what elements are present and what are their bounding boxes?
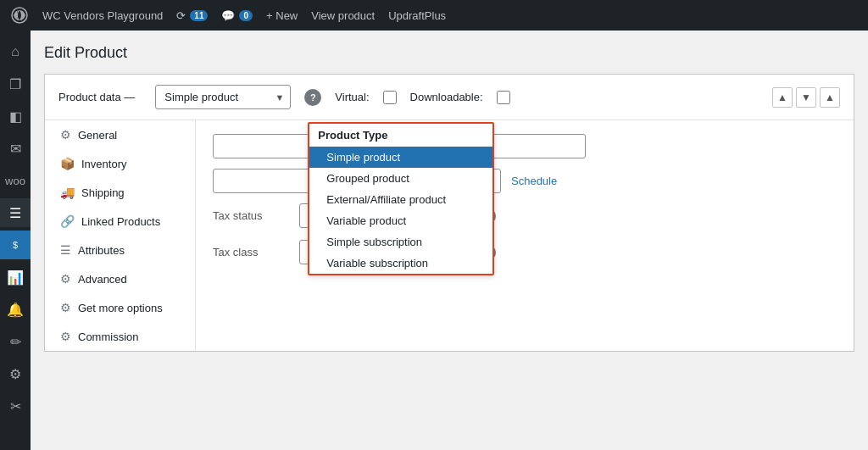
nav-label-commission: Commission [78, 331, 139, 343]
inventory-icon: 📦 [60, 157, 75, 170]
nav-item-general[interactable]: ⚙ General [45, 120, 195, 149]
dropdown-item-variable[interactable]: Variable product [309, 210, 492, 231]
dropdown-item-simple[interactable]: Simple product [309, 147, 492, 168]
dropdown-header: Product Type [309, 124, 492, 147]
virtual-checkbox[interactable] [383, 91, 397, 104]
analytics-icon[interactable]: 📊 [0, 263, 31, 292]
linked-products-icon: 🔗 [60, 214, 75, 228]
chevron-collapse-button[interactable]: ▲ [820, 87, 840, 108]
virtual-label: Virtual: [335, 91, 369, 103]
nav-item-advanced[interactable]: ⚙ Advanced [45, 264, 195, 293]
dropdown-item-simple-sub[interactable]: Simple subscription [309, 231, 492, 253]
chevrons: ▲ ▼ ▲ [772, 87, 840, 108]
product-nav: ⚙ General 📦 Inventory 🚚 Shipping 🔗 Linke… [45, 120, 196, 351]
product-type-help-icon[interactable]: ? [304, 89, 321, 106]
main-layout: ⌂ ❐ ◧ ✉ woo ☰ $ 📊 🔔 ✏ ⚙ ✂ Edit Product P… [0, 31, 868, 450]
updraftplus-link[interactable]: UpdraftPlus [388, 9, 446, 22]
dropdown-item-external[interactable]: External/Affiliate product [309, 189, 492, 210]
tax-status-label: Tax status [213, 209, 289, 222]
nav-label-linked-products: Linked Products [81, 215, 160, 228]
appearance-icon[interactable]: ✏ [0, 327, 31, 356]
virtual-row: Virtual: Downloadable: [335, 91, 509, 104]
updates-badge: 11 [190, 10, 208, 21]
downloadable-checkbox[interactable] [497, 91, 510, 104]
nav-label-get-more-options: Get more options [78, 302, 163, 314]
nav-item-commission[interactable]: ⚙ Commission [45, 322, 195, 351]
general-icon: ⚙ [60, 128, 71, 142]
tax-class-label: Tax class [213, 246, 289, 258]
dashboard-icon[interactable]: ⌂ [0, 37, 31, 66]
nav-label-shipping: Shipping [81, 186, 125, 199]
nav-label-attributes: Attributes [78, 244, 125, 257]
nav-item-linked-products[interactable]: 🔗 Linked Products [45, 207, 195, 236]
content-area: Edit Product Product data — Simple produ… [31, 31, 868, 450]
nav-label-inventory: Inventory [81, 158, 126, 170]
nav-item-attributes[interactable]: ☰ Attributes [45, 236, 195, 264]
tax-status-row: Tax status Taxable Shipping only None ▼ … [213, 203, 837, 228]
sidebar-icons: ⌂ ❐ ◧ ✉ woo ☰ $ 📊 🔔 ✏ ⚙ ✂ [0, 31, 31, 450]
commission-icon: ⚙ [60, 330, 71, 343]
woocommerce-icon[interactable]: woo [0, 166, 31, 195]
topbar: WC Vendors Playground ⟳ 11 💬 0 + New Vie… [0, 0, 868, 31]
posts-icon[interactable]: ❐ [0, 69, 31, 98]
wcvendors-icon[interactable]: $ [0, 231, 31, 259]
page-title: Edit Product [44, 44, 854, 62]
product-type-dropdown: Product Type Simple product Grouped prod… [308, 122, 494, 275]
nav-item-get-more-options[interactable]: ⚙ Get more options [45, 293, 195, 322]
price-row [213, 134, 837, 158]
nav-label-general: General [78, 129, 117, 142]
chevron-down-button[interactable]: ▼ [796, 87, 816, 108]
downloadable-label: Downloadable: [410, 91, 483, 103]
product-card: Product data — Simple product ▼ Product … [44, 74, 854, 352]
wp-icon[interactable] [10, 6, 29, 25]
product-type-wrapper: Simple product ▼ Product Type Simple pro… [155, 85, 291, 109]
notifications-icon[interactable]: 🔔 [0, 295, 31, 324]
dropdown-item-variable-sub[interactable]: Variable subscription [309, 253, 492, 274]
product-data-row: Product data — Simple product ▼ Product … [45, 75, 854, 120]
products-icon[interactable]: ☰ [0, 198, 31, 227]
view-product-link[interactable]: View product [311, 9, 375, 22]
tools-icon[interactable]: ⚙ [0, 359, 31, 388]
dropdown-item-grouped[interactable]: Grouped product [309, 168, 492, 189]
advanced-icon: ⚙ [60, 272, 71, 286]
plugins-icon[interactable]: ✂ [0, 392, 31, 420]
nav-item-inventory[interactable]: 📦 Inventory [45, 149, 195, 178]
updates-item[interactable]: ⟳ 11 [176, 9, 208, 22]
sale-price-row: Schedule [213, 169, 837, 193]
tax-class-row: Tax class Standard Reduced rate Zero rat… [213, 240, 837, 264]
get-more-options-icon: ⚙ [60, 301, 71, 314]
nav-label-advanced: Advanced [78, 273, 127, 286]
new-button[interactable]: + New [266, 9, 298, 22]
product-type-select[interactable]: Simple product [155, 85, 291, 109]
product-data-label: Product data — [58, 91, 135, 103]
comments-icon[interactable]: ✉ [0, 134, 31, 163]
attributes-icon: ☰ [60, 243, 71, 257]
product-main: Schedule Tax status Taxable Shipping onl… [196, 120, 854, 351]
comments-item[interactable]: 💬 0 [221, 9, 253, 22]
shipping-icon: 🚚 [60, 186, 75, 199]
site-name[interactable]: WC Vendors Playground [42, 9, 163, 22]
schedule-link[interactable]: Schedule [511, 175, 557, 187]
comments-badge: 0 [239, 10, 253, 21]
chevron-up-button[interactable]: ▲ [772, 87, 793, 108]
media-icon[interactable]: ◧ [0, 102, 31, 131]
nav-item-shipping[interactable]: 🚚 Shipping [45, 178, 195, 207]
